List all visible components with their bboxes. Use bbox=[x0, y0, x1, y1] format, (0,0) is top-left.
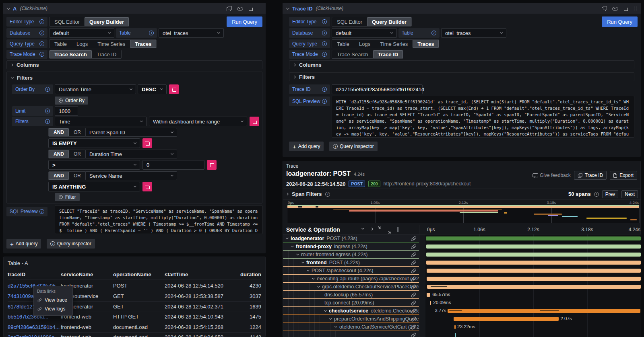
query-inspector-button[interactable]: Query inspector bbox=[329, 142, 378, 151]
filters-collapsible[interactable]: Filters bbox=[11, 75, 33, 81]
span-link-icon[interactable] bbox=[411, 333, 416, 337]
trace-id-button[interactable]: Trace ID bbox=[574, 171, 607, 180]
span-collapse-icon[interactable] bbox=[324, 308, 327, 311]
query-inspector-button[interactable]: Query inspector bbox=[47, 239, 95, 249]
info-icon[interactable] bbox=[39, 52, 44, 57]
span-bar[interactable] bbox=[427, 277, 641, 281]
span-row[interactable]: grpc.oteldemo.CheckoutService/PlaceOrder… bbox=[283, 283, 641, 291]
span-bar[interactable] bbox=[426, 261, 641, 265]
span-bar[interactable] bbox=[455, 333, 456, 337]
tab-logs[interactable]: Logs bbox=[354, 40, 375, 48]
add-order-by-button[interactable]: Order By bbox=[55, 97, 88, 105]
limit-input[interactable]: 1000 bbox=[55, 106, 78, 116]
trace-id-input[interactable]: d2a7155ef6a928a05680e5ff6190241d bbox=[332, 84, 423, 94]
tab-trace-id[interactable]: Trace ID bbox=[373, 50, 403, 58]
drag-handle-icon[interactable] bbox=[258, 6, 262, 11]
filter-field-select[interactable]: Time bbox=[55, 117, 147, 126]
tab-sql-editor[interactable]: SQL Editor bbox=[332, 17, 367, 26]
run-query-button[interactable]: Run Query bbox=[602, 16, 638, 27]
tab-table[interactable]: Table bbox=[332, 40, 354, 48]
trace-minimap[interactable] bbox=[287, 205, 640, 223]
drag-handle-icon[interactable] bbox=[633, 6, 637, 11]
span-link-icon[interactable] bbox=[411, 268, 416, 273]
info-icon[interactable] bbox=[322, 19, 327, 24]
database-select[interactable]: default bbox=[49, 28, 114, 38]
span-bar[interactable] bbox=[427, 269, 641, 273]
span-row[interactable]: dns.lookup (65.57ms) 65.57ms bbox=[283, 291, 641, 299]
span-link-icon[interactable] bbox=[411, 292, 416, 297]
tab-logs[interactable]: Logs bbox=[72, 40, 93, 48]
tab-sql-editor[interactable]: SQL Editor bbox=[50, 17, 85, 26]
tab-table[interactable]: Table bbox=[50, 40, 72, 48]
expand-one-icon[interactable] bbox=[370, 228, 373, 230]
span-row[interactable]: frontend-proxyingress (4.22s) bbox=[283, 242, 641, 251]
span-row[interactable]: executing api route (pages) /api/checkou… bbox=[283, 275, 641, 283]
delete-query-icon[interactable] bbox=[248, 6, 252, 11]
info-icon[interactable] bbox=[39, 19, 44, 24]
span-link-icon[interactable] bbox=[411, 325, 416, 329]
info-icon[interactable] bbox=[322, 87, 327, 92]
info-icon[interactable] bbox=[39, 41, 44, 46]
tab-trace-search[interactable]: Trace Search bbox=[50, 50, 92, 58]
collapse-query-icon[interactable] bbox=[7, 6, 10, 9]
info-icon[interactable] bbox=[39, 31, 44, 35]
col-traceid[interactable]: traceID bbox=[8, 271, 25, 277]
toggle-visibility-icon[interactable] bbox=[612, 6, 618, 11]
span-row[interactable]: prepareOrderItemsAndShippingQuoteFromCar… bbox=[283, 315, 641, 323]
span-collapse-icon[interactable] bbox=[301, 260, 304, 263]
prev-button[interactable]: Prev bbox=[602, 190, 619, 198]
filters-collapsible[interactable]: Filters bbox=[289, 72, 634, 81]
info-icon[interactable] bbox=[322, 52, 327, 57]
and-option[interactable]: AND bbox=[49, 128, 69, 136]
database-select[interactable]: default bbox=[332, 28, 397, 38]
col-operationname[interactable]: operationName bbox=[113, 271, 151, 277]
span-row[interactable]: loadgeneratorPOST (4.23s) bbox=[283, 234, 641, 242]
info-icon[interactable] bbox=[45, 87, 50, 92]
info-icon[interactable] bbox=[322, 31, 327, 35]
or-option[interactable]: OR bbox=[69, 150, 86, 158]
condition1-operator-select[interactable]: IS EMPTY bbox=[48, 138, 140, 148]
col-starttime[interactable]: startTime bbox=[165, 271, 188, 277]
add-query-button[interactable]: +Add query bbox=[289, 142, 324, 151]
remove-condition1-button[interactable] bbox=[142, 138, 152, 148]
span-row[interactable]: POST /api/checkout (4.22s) bbox=[283, 267, 641, 275]
collapse-one-icon[interactable] bbox=[361, 227, 364, 230]
add-query-button[interactable]: +Add query bbox=[6, 239, 41, 249]
trace-link[interactable]: 2ec7ccfc01041996c... bbox=[8, 334, 58, 337]
duplicate-query-icon[interactable] bbox=[227, 6, 231, 11]
span-collapse-icon[interactable] bbox=[296, 252, 299, 255]
tab-trace-search[interactable]: Trace Search bbox=[332, 50, 373, 58]
info-icon[interactable] bbox=[149, 31, 154, 35]
toggle-visibility-icon[interactable] bbox=[237, 6, 243, 11]
condition1-field-select[interactable]: Parent Span ID bbox=[85, 128, 177, 137]
span-collapse-icon[interactable] bbox=[329, 316, 332, 319]
tab-traces[interactable]: Traces bbox=[413, 40, 439, 48]
next-button[interactable]: Next bbox=[621, 190, 638, 198]
remove-filter-button[interactable] bbox=[250, 117, 259, 126]
tab-traces[interactable]: Traces bbox=[130, 40, 156, 48]
filter-value-select[interactable]: Within dashboard time range bbox=[149, 117, 247, 126]
tab-trace-id[interactable]: Trace ID bbox=[92, 50, 121, 58]
span-bar[interactable] bbox=[454, 317, 559, 321]
order-by-field-select[interactable]: Duration Time bbox=[55, 84, 136, 94]
span-bar[interactable] bbox=[426, 236, 641, 240]
info-icon[interactable] bbox=[322, 41, 327, 46]
column-resize-handle[interactable] bbox=[397, 227, 399, 232]
tab-time-series[interactable]: Time Series bbox=[375, 40, 413, 48]
and-option[interactable]: AND bbox=[49, 150, 69, 158]
col-servicename[interactable]: serviceName bbox=[61, 271, 93, 277]
span-bar[interactable] bbox=[426, 245, 641, 249]
span-link-icon[interactable] bbox=[411, 316, 416, 321]
order-by-direction-select[interactable]: DESC bbox=[138, 84, 167, 94]
span-link-icon[interactable] bbox=[411, 284, 416, 289]
delete-query-icon[interactable] bbox=[623, 6, 627, 11]
span-bar[interactable] bbox=[454, 325, 456, 329]
remove-condition3-button[interactable] bbox=[142, 182, 152, 191]
span-collapse-icon[interactable] bbox=[317, 284, 320, 287]
columns-collapsible[interactable]: Columns bbox=[6, 60, 262, 69]
or-option[interactable]: OR bbox=[69, 128, 86, 136]
span-link-icon[interactable] bbox=[411, 300, 416, 305]
span-bar[interactable] bbox=[427, 293, 430, 297]
col-duration[interactable]: duration bbox=[240, 271, 261, 277]
tab-query-builder[interactable]: Query Builder bbox=[85, 17, 129, 26]
